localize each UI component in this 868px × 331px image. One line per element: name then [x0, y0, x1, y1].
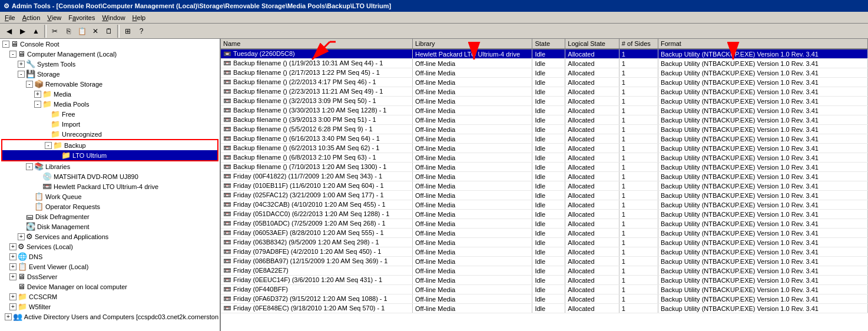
table-row[interactable]: 📼Friday (0FA6D372) (9/15/2012 1:20 AM Se…	[221, 294, 868, 304]
system-tools-expander[interactable]	[18, 61, 25, 68]
col-header-library[interactable]: Library	[412, 39, 532, 49]
col-header-sides[interactable]: # of Sides	[619, 39, 658, 49]
table-row[interactable]: 📼Backup filename () (3/2/2013 3:09 PM Se…	[221, 97, 868, 106]
table-row[interactable]: 📼Friday (051DACC0) (6/22/2013 1:20 AM Se…	[221, 210, 868, 219]
table-row[interactable]: 📼Friday (079AD8FE) (4/2/2010 1:20 AM Seq…	[221, 247, 868, 257]
col-header-logical[interactable]: Logical State	[565, 39, 619, 49]
table-row[interactable]: 📼Backup filename () (6/16/2013 3:40 PM S…	[221, 134, 868, 144]
computer-mgmt-expander[interactable]	[9, 51, 16, 58]
col-header-format[interactable]: Format	[658, 39, 867, 49]
menu-view[interactable]: View	[44, 12, 65, 23]
tree-free[interactable]: 📁 Free	[0, 109, 220, 119]
table-row[interactable]: 📼Friday (04C32CAB) (4/10/2010 1:20 AM Se…	[221, 200, 868, 210]
tree-media[interactable]: 📁 Media	[0, 89, 220, 99]
removable-storage-expander[interactable]	[26, 81, 33, 88]
cell-library: Off-line Media	[412, 172, 532, 181]
root-expander[interactable]	[2, 41, 9, 48]
properties-button[interactable]: 🗒	[102, 25, 115, 38]
cell-name: 📼Friday (010EB11F) (11/6/2010 1:20 AM Se…	[221, 181, 412, 191]
tree-w5filter[interactable]: 📁 W5filter	[0, 302, 220, 312]
content-panel[interactable]: Name Library State Logical State # of Si…	[221, 39, 868, 331]
table-row[interactable]: 📼Backup filename () (2/17/2013 1:22 PM S…	[221, 68, 868, 78]
table-row[interactable]: 📼Friday (0EEUC14F) (3/6/2010 1:20 AM Seq…	[221, 276, 868, 285]
libraries-expander[interactable]	[26, 163, 33, 170]
tree-media-pools[interactable]: 📁 Media Pools	[0, 99, 220, 109]
table-row[interactable]: 📼Friday (06053AEF) (8/28/2010 1:20 AM Se…	[221, 229, 868, 238]
new-window-button[interactable]: ⊞	[121, 25, 134, 38]
table-row[interactable]: 📼Backup filename () (7/10/2013 1:20 AM S…	[221, 163, 868, 172]
media-pools-expander[interactable]	[34, 101, 41, 108]
tree-storage[interactable]: 💾 Storage	[0, 69, 220, 79]
table-row[interactable]: 📼Backup filename () (1/19/2013 10:31 AM …	[221, 59, 868, 68]
tree-ccscrm[interactable]: 📁 CCSCRM	[0, 292, 220, 302]
tree-unrecognized[interactable]: 📁 Unrecognized	[0, 129, 220, 139]
paste-button[interactable]: 📋	[75, 25, 88, 38]
tree-device-mgr[interactable]: 🖥 Device Manager on local computer	[0, 282, 220, 292]
tree-hp-lto[interactable]: 📼 Hewlett Packard LTO Ultrium-4 drive	[0, 181, 220, 191]
tree-matshita[interactable]: 💿 MATSHITA DVD-ROM UJ890	[0, 171, 220, 181]
tree-computer-mgmt[interactable]: 🖥 Computer Management (Local)	[0, 49, 220, 59]
table-row[interactable]: 📼Backup filename () (3/30/2013 1:20 AM S…	[221, 106, 868, 115]
table-row[interactable]: 📼Friday (063B8342) (9/5/2009 1:20 AM Seq…	[221, 238, 868, 247]
tree-libraries[interactable]: 📚 Libraries	[0, 161, 220, 171]
table-row[interactable]: 📼Friday (0FE848EC) (9/18/2010 1:20 AM Se…	[221, 304, 868, 313]
dns-expander[interactable]	[9, 253, 16, 260]
menu-window[interactable]: Window	[98, 12, 128, 23]
delete-button[interactable]: ✕	[89, 25, 102, 38]
menu-favorites[interactable]: Favorites	[65, 12, 98, 23]
table-row[interactable]: 📼Backup filename () (3/9/2013 3:00 PM Se…	[221, 115, 868, 125]
table-row[interactable]: 📼Tuesday (2260D5C8) Hewlett Packard LTO …	[221, 49, 868, 59]
ccscrm-expander[interactable]	[9, 293, 16, 300]
table-row[interactable]: 📼Friday (010EB11F) (11/6/2010 1:20 AM Se…	[221, 181, 868, 191]
back-button[interactable]: ◀	[2, 25, 15, 38]
tree-import[interactable]: 📁 Import	[0, 119, 220, 129]
active-directory-expander[interactable]	[5, 313, 12, 320]
table-row[interactable]: 📼Backup filename () (6/2/2013 10:35 AM S…	[221, 144, 868, 153]
table-row[interactable]: 📼Friday (05B10ADC) (7/25/2009 1:20 AM Se…	[221, 219, 868, 229]
menu-help[interactable]: Help	[129, 12, 150, 23]
tree-dss-server[interactable]: 🖥 DssServer	[0, 272, 220, 282]
tree-services-local[interactable]: ⚙ Services (Local)	[0, 241, 220, 251]
tree-removable-storage[interactable]: 📦 Removable Storage	[0, 79, 220, 89]
tree-backup[interactable]: 📁 Backup	[2, 140, 217, 150]
table-row[interactable]: 📼Backup filename () (5/5/2012 6:28 PM Se…	[221, 125, 868, 134]
dss-expander[interactable]	[9, 273, 16, 280]
table-row[interactable]: 📼Friday (0E8A22E7) Off-line Media Idle A…	[221, 266, 868, 276]
table-row[interactable]: 📼Backup filename () (2/23/2013 11:21 AM …	[221, 87, 868, 97]
tree-work-queue[interactable]: 📋 Work Queue	[0, 191, 220, 201]
tree-event-viewer[interactable]: 📋 Event Viewer (Local)	[0, 262, 220, 272]
forward-button[interactable]: ▶	[16, 25, 29, 38]
table-row[interactable]: 📼Backup filename () (6/8/2013 2:10 PM Se…	[221, 153, 868, 163]
table-row[interactable]: 📼Friday (025FAC12) (3/21/2009 1:00 AM Se…	[221, 191, 868, 200]
services-apps-expander[interactable]	[18, 233, 25, 240]
tree-root[interactable]: 🖥 Console Root	[0, 39, 220, 49]
copy-button[interactable]: ⎘	[62, 25, 75, 38]
menu-file[interactable]: File	[1, 12, 19, 23]
help-button2[interactable]: ?	[135, 25, 148, 38]
table-row[interactable]: 📼Friday (086BBA97) (12/15/2009 1:20 AM S…	[221, 257, 868, 266]
table-row[interactable]: 📼Friday (0F440BFF) Off-line Media Idle A…	[221, 285, 868, 294]
services-local-expander[interactable]	[9, 243, 16, 250]
up-button[interactable]: ▲	[29, 25, 42, 38]
media-expander[interactable]	[34, 91, 41, 98]
tree-disk-mgmt[interactable]: 💽 Disk Management	[0, 221, 220, 231]
menu-action[interactable]: Action	[19, 12, 44, 23]
tree-disk-defrag[interactable]: 🖴 Disk Defragmenter	[0, 211, 220, 221]
table-row[interactable]: 📼Friday (00F41822) (11/7/2009 1:20 AM Se…	[221, 172, 868, 181]
tree-lto-ultrium[interactable]: 📁 LTO Ultrium	[2, 150, 217, 160]
w5filter-expander[interactable]	[9, 303, 16, 310]
tree-operator-requests[interactable]: 📋 Operator Requests	[0, 201, 220, 211]
cell-sides: 1	[619, 68, 658, 78]
tree-panel[interactable]: 🖥 Console Root 🖥 Computer Management (Lo…	[0, 39, 221, 331]
tree-active-directory[interactable]: 👥 Active Directory Users and Computers […	[0, 312, 220, 322]
tree-services-apps[interactable]: ⚙ Services and Applications	[0, 231, 220, 241]
storage-expander[interactable]	[18, 71, 25, 78]
col-header-state[interactable]: State	[532, 39, 565, 49]
col-header-name[interactable]: Name	[221, 39, 412, 49]
event-viewer-expander[interactable]	[9, 263, 16, 270]
tree-dns[interactable]: 🌐 DNS	[0, 251, 220, 262]
backup-expander[interactable]	[45, 142, 52, 149]
tree-system-tools[interactable]: 🔧 System Tools	[0, 59, 220, 69]
table-row[interactable]: 📼Backup filename () (2/2/2013 4:17 PM Se…	[221, 78, 868, 87]
cut-button[interactable]: ✂	[48, 25, 61, 38]
